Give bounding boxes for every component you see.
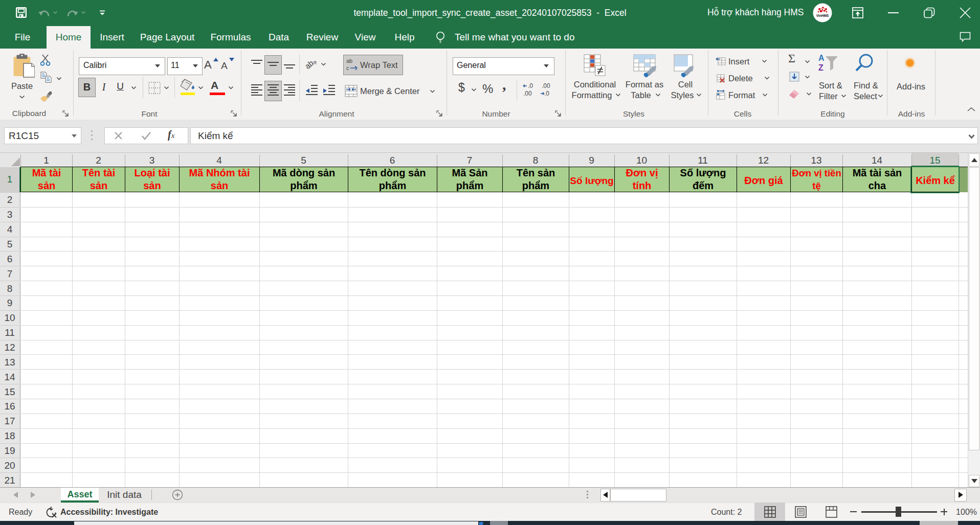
svg-text:c: c	[346, 65, 349, 71]
svg-text:A: A	[818, 54, 825, 62]
svg-text:ab: ab	[346, 58, 352, 64]
svg-text:.00: .00	[542, 82, 550, 89]
svg-text:.00: .00	[523, 90, 532, 97]
svg-text:.0: .0	[544, 90, 549, 97]
svg-text:VinHMS: VinHMS	[816, 14, 829, 17]
svg-text:.0: .0	[528, 82, 533, 89]
svg-text:Z: Z	[818, 63, 823, 72]
